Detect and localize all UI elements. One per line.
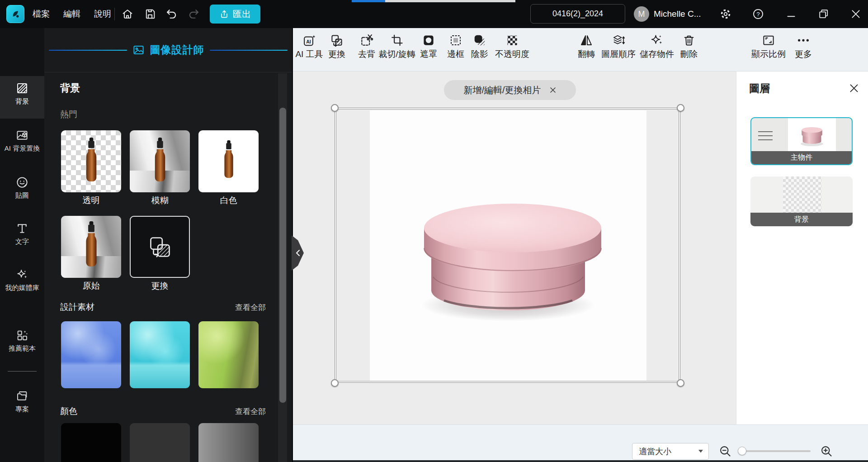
selection-bounding-box[interactable] [335,108,680,383]
tool-save-object[interactable]: 儲存物件 [640,33,674,60]
tool-more[interactable]: 更多 [795,33,812,60]
materials-title: 設計素材 [60,301,94,313]
sidebar-item-label: 推薦範本 [0,344,44,352]
tile-label: 模糊 [130,195,190,206]
editor-canvas[interactable]: 新增/編輯/更換相片 [293,71,736,424]
minimize-icon[interactable] [785,8,797,20]
save-icon[interactable] [144,8,156,20]
bg-tile-replace[interactable] [130,216,190,278]
sidebar-item-my-media[interactable]: 我的媒體庫 [0,268,44,291]
remove-bg-scissors-icon [360,33,373,47]
selection-handle-top-right[interactable] [677,104,684,112]
material-tile-green[interactable] [198,321,259,388]
redo-icon[interactable] [187,8,200,20]
popular-subtitle: 熱門 [60,109,77,120]
menu-bar: 檔案 編輯 說明 [33,0,111,28]
border-icon [449,33,462,47]
restore-window-icon[interactable] [817,8,830,20]
zoom-in-icon[interactable] [820,445,833,457]
materials-view-all[interactable]: 查看全部 [235,302,266,313]
selection-handle-top-left[interactable] [331,104,339,112]
tool-opacity[interactable]: 不透明度 [495,33,529,60]
layer-item-background[interactable]: 背景 [750,176,853,226]
object-toolbar: AI AI 工具 更換 去背 裁切/旋轉 [293,28,868,71]
project-filename-field[interactable]: 0416(2)_2024 [530,4,625,24]
more-dots-icon [797,33,810,47]
ai-background-icon [15,129,29,142]
color-swatch-gray-gradient[interactable] [198,423,259,462]
tile-label: 原始 [61,280,121,292]
bg-tile-transparent[interactable] [61,130,121,192]
bottle-photo [151,138,169,185]
sidebar-divider [8,371,37,372]
video-scrubber-buffer[interactable] [385,0,515,2]
tooltip-close-icon[interactable] [549,86,557,94]
bg-tile-white[interactable] [198,130,259,192]
fit-size-dropdown[interactable]: 適當大小 [632,443,709,460]
menu-edit[interactable]: 編輯 [63,8,80,20]
tool-border[interactable]: 邊框 [447,33,464,60]
undo-icon[interactable] [165,8,178,20]
tool-flip[interactable]: 翻轉 [578,33,595,60]
menu-file[interactable]: 檔案 [33,8,50,20]
video-scrubber-played[interactable] [352,0,385,2]
zoom-slider-knob[interactable] [738,447,746,455]
tool-display-ratio[interactable]: 顯示比例 [751,33,786,60]
color-swatch-black[interactable] [61,423,121,462]
background-icon [15,81,29,95]
sidebar-item-text[interactable]: 文字 [0,222,44,245]
trash-icon [682,33,696,47]
close-window-icon[interactable] [849,8,862,20]
selection-handle-bottom-right[interactable] [677,379,684,387]
tool-mask[interactable]: 遮罩 [420,33,437,60]
sidebar-item-projects[interactable]: 專案 [0,389,44,413]
layer-label: 背景 [750,213,853,226]
export-button[interactable]: 匯出 [210,5,260,24]
tool-remove-background[interactable]: 去背 [358,33,375,60]
sidebar-item-templates[interactable]: 推薦範本 [0,329,44,352]
panel-header: 圖像設計師 [44,28,292,72]
material-tile-cyan[interactable] [130,321,190,388]
sidebar-item-ai-background[interactable]: AI 背景置換 [0,129,44,152]
bg-tile-original[interactable] [61,216,121,278]
layers-panel-close-icon[interactable] [848,82,860,94]
chevron-down-icon [698,450,703,453]
panel-scrollbar-thumb[interactable] [279,108,286,403]
tool-replace[interactable]: 更換 [328,33,345,60]
selection-handle-bottom-left[interactable] [331,379,339,387]
tool-crop-rotate[interactable]: 裁切/旋轉 [378,33,415,60]
zoom-slider-track[interactable] [738,450,811,452]
tool-delete[interactable]: 刪除 [680,33,698,60]
color-swatch-darkgray[interactable] [130,423,190,462]
tool-ai-tools[interactable]: AI AI 工具 [295,33,323,60]
layer-order-icon [612,33,625,47]
title-bar: 檔案 編輯 說明 匯出 0416(2)_2024 M Michelle C. [0,0,868,28]
panel-header-title: 圖像設計師 [150,43,204,57]
tool-layer-order[interactable]: 圖層順序 [601,33,636,60]
fit-size-value: 適當大小 [639,446,671,457]
material-tile-blue[interactable] [61,321,121,388]
tooltip-text: 新增/編輯/更換相片 [463,84,541,96]
home-icon[interactable] [121,8,134,20]
colors-view-all[interactable]: 查看全部 [235,406,266,417]
user-avatar[interactable]: M [634,6,649,22]
bottle-photo [222,140,236,181]
zoom-out-icon[interactable] [719,445,731,457]
bg-tile-blur[interactable] [130,130,190,192]
svg-text:?: ? [756,11,760,18]
help-icon[interactable]: ? [752,8,764,20]
layer-item-main-object[interactable]: 主物件 [750,117,853,165]
settings-gear-icon[interactable] [719,8,732,20]
svg-text:AI: AI [306,39,311,44]
zoom-bar: 適當大小 [293,424,868,461]
drag-handle-icon[interactable] [757,130,774,142]
user-name[interactable]: Michelle C... [654,0,701,28]
menu-help[interactable]: 說明 [94,8,111,20]
tile-label: 白色 [198,195,259,206]
sidebar-item-background[interactable]: 背景 [0,81,44,105]
mask-icon [422,33,435,47]
export-label: 匯出 [233,8,251,20]
app-logo[interactable] [6,5,24,23]
tool-shadow[interactable]: 陰影 [471,33,488,60]
sidebar-item-sticker[interactable]: 貼圖 [0,176,44,199]
